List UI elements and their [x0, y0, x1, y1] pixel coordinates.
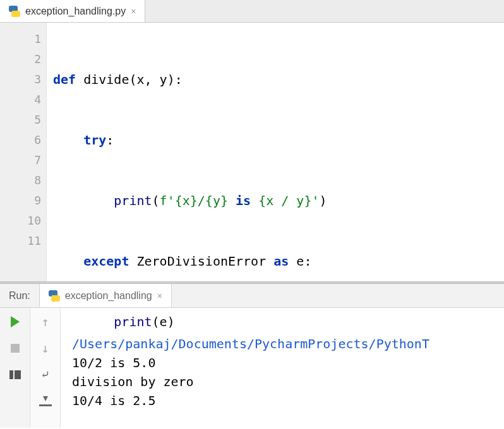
python-file-icon: [9, 6, 20, 17]
layout-icon: [9, 370, 21, 379]
code-line[interactable]: def divide(x, y):: [47, 69, 504, 90]
line-number: 7: [0, 150, 41, 170]
rerun-button[interactable]: [6, 314, 24, 329]
line-number: 1: [0, 29, 41, 49]
line-number: 4: [0, 90, 41, 110]
code-line[interactable]: print(f'{x}/{y} is {x / y}'): [47, 191, 504, 211]
line-number: 8: [0, 170, 41, 191]
layout-button[interactable]: [6, 367, 24, 382]
line-number: 9: [0, 191, 41, 211]
line-number: 3: [0, 69, 41, 90]
code-line[interactable]: print(e): [47, 312, 504, 332]
tab-filename: exception_handling.py: [25, 6, 126, 17]
python-file-icon: [49, 290, 60, 302]
scroll-end-icon: [39, 396, 52, 406]
editor-tab[interactable]: exception_handling.py ×: [0, 0, 145, 22]
line-number: 10: [0, 211, 41, 231]
stop-icon: [11, 344, 20, 353]
run-toolbar-left: [0, 308, 30, 428]
play-icon: [11, 316, 20, 327]
code-area[interactable]: def divide(x, y): try: print(f'{x}/{y} i…: [47, 23, 504, 281]
line-number: 2: [0, 49, 41, 69]
stop-button[interactable]: [6, 341, 24, 356]
code-line[interactable]: [47, 372, 504, 392]
line-number: 6: [0, 130, 41, 150]
line-number: 11: [0, 231, 41, 251]
editor-tab-bar: exception_handling.py ×: [0, 0, 504, 23]
code-line[interactable]: except ZeroDivisionError as e:: [47, 251, 504, 271]
run-label: Run:: [0, 290, 39, 302]
code-editor[interactable]: 1 2 3 4 5 6 7 8 9 10 11 def divide(x, y)…: [0, 23, 504, 281]
code-line[interactable]: try:: [47, 130, 504, 150]
close-tab-icon[interactable]: ×: [131, 6, 136, 16]
line-number: 5: [0, 110, 41, 130]
gutter: 1 2 3 4 5 6 7 8 9 10 11: [0, 23, 47, 281]
